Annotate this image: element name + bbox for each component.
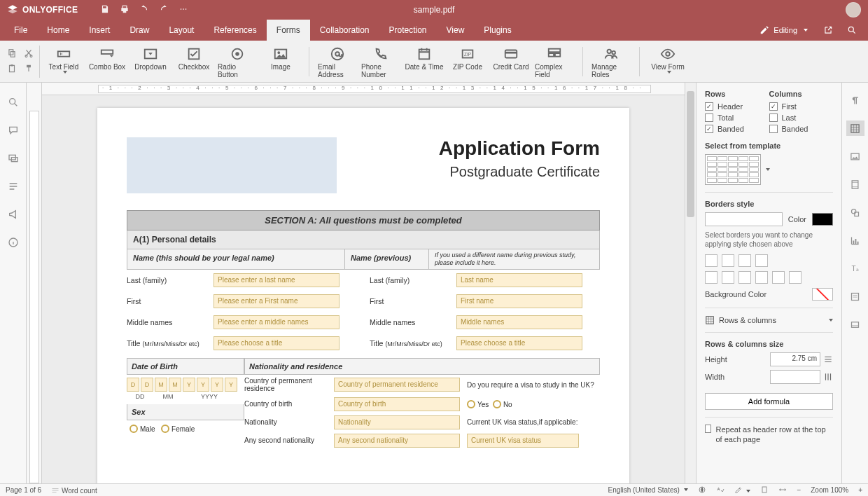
credit-card-button[interactable]: Credit Card	[491, 45, 531, 78]
menu-insert[interactable]: Insert	[79, 20, 120, 41]
undo-icon[interactable]	[139, 4, 149, 15]
trackchanges-icon[interactable]	[734, 485, 751, 495]
field-prev-middle[interactable]: Middle names	[456, 315, 582, 329]
complex-field-button[interactable]: Complex Field	[535, 45, 574, 78]
add-formula-button[interactable]: Add formula	[705, 393, 833, 410]
chk-total[interactable]	[705, 113, 713, 122]
field-last[interactable]: Please enter a last name	[214, 273, 340, 287]
dob-m1[interactable]: M	[155, 378, 167, 392]
border-all[interactable]	[722, 254, 734, 267]
checkbox-button[interactable]: Checkbox	[174, 45, 214, 78]
field-nationality[interactable]: Nationality	[334, 415, 460, 429]
page-indicator[interactable]: Page 1 of 6	[6, 486, 41, 494]
radio-yes[interactable]	[467, 400, 475, 408]
zoom-in-icon[interactable]: +	[858, 486, 862, 494]
chk-last[interactable]	[769, 113, 778, 122]
field-prev-last[interactable]: Last name	[456, 273, 582, 287]
tab-signature[interactable]	[846, 317, 864, 332]
tab-shape[interactable]	[846, 205, 864, 220]
datetime-button[interactable]: Date & Time	[405, 45, 444, 78]
phone-button[interactable]: Phone Number	[361, 45, 400, 78]
tab-form[interactable]	[846, 289, 864, 304]
navigation-icon[interactable]	[8, 181, 19, 193]
format-painter-icon[interactable]	[24, 64, 34, 75]
field-visa-status[interactable]: Current UK visa status	[467, 434, 579, 448]
dob-y1[interactable]: Y	[183, 378, 195, 392]
dob-y2[interactable]: Y	[197, 378, 209, 392]
dob-m2[interactable]: M	[169, 378, 181, 392]
tab-image[interactable]	[846, 149, 864, 164]
height-input[interactable]: 2.75 cm	[770, 352, 820, 366]
menu-home[interactable]: Home	[37, 20, 79, 41]
language-selector[interactable]: English (United States)	[608, 486, 688, 494]
distribute-cols-icon[interactable]	[823, 372, 833, 382]
dob-d2[interactable]: D	[141, 378, 153, 392]
menu-collaboration[interactable]: Collaboration	[310, 20, 379, 41]
menu-references[interactable]: References	[204, 20, 266, 41]
bgcolor-swatch[interactable]	[812, 288, 833, 301]
width-input[interactable]	[770, 370, 820, 384]
chk-first[interactable]: ✓	[769, 102, 778, 111]
comments-icon[interactable]	[8, 125, 19, 137]
manage-roles-button[interactable]: Manage Roles	[592, 45, 631, 78]
word-count[interactable]: Word count	[51, 486, 97, 495]
menu-plugins[interactable]: Plugins	[474, 20, 521, 41]
field-country-birth[interactable]: Country of birth	[334, 397, 460, 411]
border-none[interactable]	[755, 254, 768, 267]
doclang-icon[interactable]	[698, 485, 706, 495]
radio-female[interactable]	[161, 425, 169, 433]
about-icon[interactable]	[8, 237, 19, 249]
zoom-out-icon[interactable]: −	[797, 486, 801, 494]
spellcheck-icon[interactable]	[716, 485, 724, 495]
search-icon[interactable]	[840, 20, 864, 41]
combo-box-button[interactable]: Combo Box	[88, 45, 127, 78]
open-location-icon[interactable]	[816, 20, 840, 41]
image-button[interactable]: Image	[261, 45, 300, 78]
chk-repeat-header[interactable]	[705, 425, 711, 433]
radio-no[interactable]	[493, 400, 501, 408]
chk-banded-rows[interactable]: ✓	[705, 125, 713, 133]
menu-protection[interactable]: Protection	[379, 20, 437, 41]
tab-chart[interactable]	[846, 233, 864, 248]
redo-icon[interactable]	[159, 4, 169, 15]
border-left[interactable]	[705, 271, 718, 284]
tab-table[interactable]	[846, 120, 864, 136]
menu-file[interactable]: File	[4, 20, 37, 41]
text-field-button[interactable]: Text Field	[44, 45, 83, 78]
tab-paragraph[interactable]	[846, 92, 864, 108]
vertical-scrollbar[interactable]	[685, 83, 696, 483]
dob-y3[interactable]: Y	[211, 378, 223, 392]
zoom-level[interactable]: Zoom 100%	[811, 486, 848, 494]
border-right[interactable]	[738, 271, 751, 284]
copy-icon[interactable]	[7, 48, 17, 60]
user-avatar[interactable]	[846, 2, 861, 18]
radio-button-button[interactable]: Radio Button	[218, 45, 257, 78]
chk-banded-cols[interactable]	[769, 125, 778, 133]
dob-d1[interactable]: D	[127, 378, 139, 392]
distribute-rows-icon[interactable]	[823, 354, 833, 364]
field-first[interactable]: Please enter a First name	[214, 294, 340, 308]
border-vert[interactable]	[722, 271, 734, 284]
email-button[interactable]: Email Address	[318, 45, 357, 78]
menu-layout[interactable]: Layout	[159, 20, 204, 41]
field-country-res[interactable]: Country of permanent residence	[334, 378, 460, 392]
document-canvas[interactable]: Application Form Postgraduate Certificat…	[42, 95, 685, 483]
menu-draw[interactable]: Draw	[120, 20, 159, 41]
border-inner[interactable]	[738, 254, 751, 267]
feedback-icon[interactable]	[8, 209, 19, 221]
chk-header[interactable]: ✓	[705, 102, 713, 111]
tab-textart[interactable]: Tₐ	[846, 261, 864, 276]
more-icon[interactable]	[178, 4, 188, 15]
save-icon[interactable]	[100, 4, 110, 15]
border-horiz[interactable]	[772, 271, 785, 284]
field-second-nat[interactable]: Any second nationality	[334, 434, 460, 448]
paste-icon[interactable]	[7, 64, 17, 75]
field-middle[interactable]: Please enter a middle names	[214, 315, 340, 329]
tab-header-footer[interactable]	[846, 177, 864, 192]
border-bottom[interactable]	[789, 271, 802, 284]
fit-page-icon[interactable]	[760, 485, 769, 495]
dropdown-button[interactable]: Dropdown	[131, 45, 170, 78]
field-prev-first[interactable]: First name	[456, 294, 582, 308]
border-top[interactable]	[755, 271, 768, 284]
border-color-swatch[interactable]	[812, 213, 833, 226]
